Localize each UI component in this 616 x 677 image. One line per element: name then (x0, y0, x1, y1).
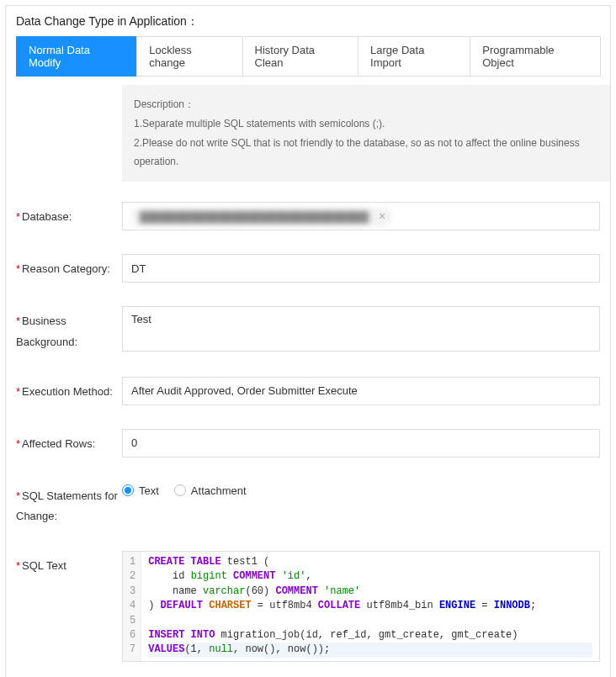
row-business: *Business Background: Test (6, 301, 610, 357)
tab-lockless-change[interactable]: Lockless change (136, 36, 242, 77)
affected-rows-input[interactable]: 0 (122, 429, 600, 458)
radio-icon (122, 484, 134, 496)
row-sql-text: *SQL Text 1 2 3 4 5 6 7 CREATE TABLE tes… (6, 546, 610, 667)
label-execution: *Execution Method: (11, 377, 122, 403)
close-icon[interactable]: × (379, 209, 385, 223)
label-business: *Business Background: (11, 306, 122, 352)
tab-history-data-clean[interactable]: History Data Clean (242, 36, 359, 77)
section-title: Data Change Type in Application： (6, 6, 610, 36)
row-execution: *Execution Method: After Audit Approved,… (6, 372, 610, 410)
label-sql-text: *SQL Text (11, 551, 122, 577)
form-rows: *Database: █████████████████████████████… (6, 182, 610, 677)
sql-change-radio-group: Text Attachment (122, 481, 600, 497)
description-box: Description： 1.Separate multiple SQL sta… (122, 85, 610, 182)
sql-gutter: 1 2 3 4 5 6 7 (123, 552, 141, 661)
execution-value: After Audit Approved, Order Submitter Ex… (131, 384, 358, 397)
database-input[interactable]: ████████████████████████████████ × (122, 202, 600, 230)
description-line1: 1.Separate multiple SQL statements with … (134, 114, 598, 134)
radio-attachment[interactable]: Attachment (174, 484, 247, 497)
business-textarea[interactable]: Test (122, 306, 600, 352)
label-database: *Database: (11, 202, 122, 228)
radio-text[interactable]: Text (122, 484, 159, 497)
form-container: Data Change Type in Application： Normal … (5, 5, 611, 677)
label-affected: *Affected Rows: (11, 429, 122, 455)
reason-value: DT (131, 262, 146, 275)
row-reason: *Reason Category: DT (6, 249, 610, 288)
label-reason: *Reason Category: (11, 254, 122, 280)
label-sql-change: *SQL Statements for Change: (11, 481, 122, 527)
sql-code: CREATE TABLE test1 ( id bigint COMMENT '… (141, 552, 599, 661)
row-database: *Database: █████████████████████████████… (6, 197, 610, 235)
affected-value: 0 (131, 436, 137, 449)
business-value: Test (131, 313, 151, 325)
tab-large-data-import[interactable]: Large Data Import (358, 36, 470, 77)
data-change-type-tabs: Normal Data Modify Lockless change Histo… (6, 36, 610, 85)
radio-icon (174, 484, 186, 496)
execution-select[interactable]: After Audit Approved, Order Submitter Ex… (122, 377, 600, 405)
reason-select[interactable]: DT (122, 254, 600, 283)
row-affected: *Affected Rows: 0 (6, 424, 610, 463)
tab-programmable-object[interactable]: Programmable Object (470, 36, 601, 77)
row-sql-change: *SQL Statements for Change: Text Attachm… (6, 476, 610, 532)
sql-editor[interactable]: 1 2 3 4 5 6 7 CREATE TABLE test1 ( id bi… (122, 551, 600, 662)
description-line2: 2.Please do not write SQL that is not fr… (134, 134, 598, 172)
database-selected-tag: ████████████████████████████████ (131, 208, 392, 226)
description-title: Description： (134, 95, 598, 114)
tab-normal-data-modify[interactable]: Normal Data Modify (16, 36, 137, 77)
